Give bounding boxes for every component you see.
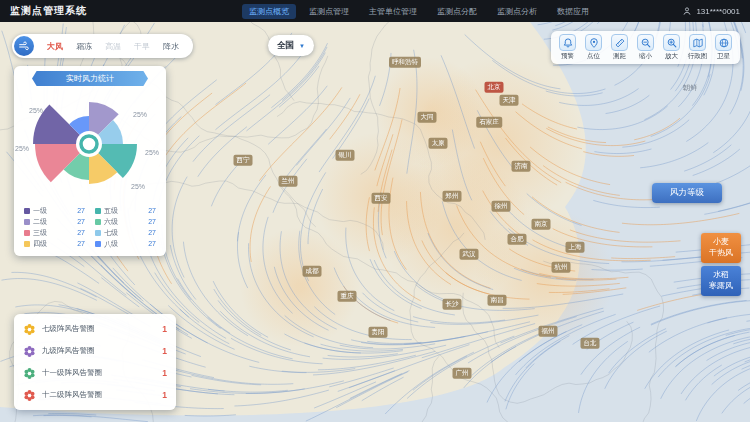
legend-item[interactable]: 六级 27 — [95, 216, 156, 227]
region-select[interactable]: 全国 ▼ — [268, 35, 314, 56]
city-label[interactable]: 太原 — [429, 138, 448, 149]
city-label[interactable]: 石家庄 — [476, 117, 502, 128]
alert-label: 十二级阵风告警圈 — [42, 390, 102, 400]
legend-label: 四级 — [33, 239, 47, 249]
wind-level-button[interactable]: 风力等级 — [652, 183, 722, 203]
toolbar-button[interactable]: 行政图 — [686, 34, 709, 61]
legend-swatch — [24, 219, 30, 225]
legend-swatch — [95, 241, 101, 247]
country-label: 朝鲜 — [683, 83, 697, 93]
wheat-dry-hot-wind-button[interactable]: 小麦 干热风 — [701, 233, 741, 263]
legend-item[interactable]: 二级 27 — [24, 216, 85, 227]
city-label[interactable]: 武汉 — [460, 249, 479, 260]
city-label[interactable]: 重庆 — [338, 291, 357, 302]
legend-swatch — [24, 241, 30, 247]
city-label[interactable]: 杭州 — [552, 262, 571, 273]
legend-swatch — [95, 230, 101, 236]
toolbar-button[interactable]: 卫星 — [712, 34, 735, 61]
city-label[interactable]: 广州 — [453, 368, 472, 379]
weather-type-item[interactable]: 高温 — [105, 41, 121, 52]
alert-count: 1 — [162, 390, 167, 400]
weather-type-item[interactable]: 降水 — [163, 41, 179, 52]
toolbar-button[interactable]: 缩小 — [634, 34, 657, 61]
legend-item[interactable]: 五级 27 — [95, 205, 156, 216]
legend-label: 一级 — [33, 206, 47, 216]
alert-flower-icon — [23, 389, 36, 402]
city-label[interactable]: 济南 — [512, 161, 531, 172]
alert-label: 十一级阵风告警圈 — [42, 368, 102, 378]
zoom-out-icon — [640, 37, 652, 49]
percent-label: 25% — [145, 149, 159, 156]
weather-type-item[interactable]: 大风 — [47, 41, 63, 52]
alert-row[interactable]: 十一级阵风告警圈 1 — [23, 362, 167, 384]
toolbar-button[interactable]: 预警 — [556, 34, 579, 61]
gust-alerts-panel: 七级阵风告警圈 1 九级阵风告警圈 1 十一级阵风告警圈 1 十二级阵风告警圈 … — [14, 314, 176, 410]
city-label[interactable]: 西宁 — [234, 155, 253, 166]
alert-row[interactable]: 七级阵风告警圈 1 — [23, 318, 167, 340]
legend-value: 27 — [77, 240, 85, 247]
legend-label: 二级 — [33, 217, 47, 227]
toolbar-button[interactable]: 测距 — [608, 34, 631, 61]
city-label[interactable]: 北京 — [485, 82, 504, 93]
legend-value: 27 — [148, 240, 156, 247]
city-label[interactable]: 徐州 — [492, 201, 511, 212]
city-label[interactable]: 银川 — [336, 150, 355, 161]
city-label[interactable]: 台北 — [581, 338, 600, 349]
city-label[interactable]: 贵阳 — [369, 327, 388, 338]
weather-type-item[interactable]: 霜冻 — [76, 41, 92, 52]
city-label[interactable]: 郑州 — [443, 191, 462, 202]
user-account[interactable]: 131****0001 — [682, 6, 740, 16]
percent-label: 25% — [15, 145, 29, 152]
toolbar-button-label: 点位 — [587, 52, 600, 61]
alert-flower-icon — [23, 323, 36, 336]
main-nav: 监测点概览 监测点管理 主管单位管理 监测点分配 监测点分析 数据应用 — [242, 4, 596, 19]
percent-label: 25% — [133, 111, 147, 118]
city-label[interactable]: 大同 — [418, 112, 437, 123]
nav-item[interactable]: 主管单位管理 — [362, 4, 424, 19]
city-label[interactable]: 西安 — [372, 193, 391, 204]
percent-label: 25% — [131, 183, 145, 190]
user-icon — [682, 6, 692, 16]
nav-item[interactable]: 监测点概览 — [242, 4, 296, 19]
city-label[interactable]: 兰州 — [279, 176, 298, 187]
legend-value: 27 — [77, 218, 85, 225]
city-label[interactable]: 呼和浩特 — [389, 57, 421, 68]
toolbar-button-label: 缩小 — [639, 52, 652, 61]
alert-row[interactable]: 十二级阵风告警圈 1 — [23, 384, 167, 406]
toolbar-button-label: 放大 — [665, 52, 678, 61]
toolbar-button[interactable]: 放大 — [660, 34, 683, 61]
legend-label: 七级 — [104, 228, 118, 238]
alert-row[interactable]: 九级阵风告警圈 1 — [23, 340, 167, 362]
legend-swatch — [24, 230, 30, 236]
nav-item[interactable]: 监测点分析 — [490, 4, 544, 19]
toolbar-button-label: 预警 — [561, 52, 574, 61]
alert-count: 1 — [162, 368, 167, 378]
city-label[interactable]: 福州 — [539, 326, 558, 337]
legend-item[interactable]: 四级 27 — [24, 238, 85, 249]
legend-value: 27 — [148, 229, 156, 236]
city-label[interactable]: 上海 — [566, 242, 585, 253]
wind-icon[interactable] — [14, 36, 34, 56]
city-label[interactable]: 合肥 — [508, 234, 527, 245]
city-label[interactable]: 南京 — [532, 219, 551, 230]
rose-chart: 25%25%25%25%25% — [14, 87, 164, 201]
app-root: 呼和浩特 北京 天津 大同 石家庄 太原 银川 济南 西宁 兰州 西安 郑州 徐… — [0, 0, 750, 422]
city-label[interactable]: 天津 — [500, 95, 519, 106]
nav-item[interactable]: 监测点分配 — [430, 4, 484, 19]
city-label[interactable]: 南昌 — [488, 295, 507, 306]
legend-value: 27 — [148, 218, 156, 225]
legend-label: 三级 — [33, 228, 47, 238]
nav-item[interactable]: 监测点管理 — [302, 4, 356, 19]
legend-item[interactable]: 七级 27 — [95, 227, 156, 238]
toolbar-button[interactable]: 点位 — [582, 34, 605, 61]
wind-legend: 一级 27 二级 27 三级 27 四级 2 — [14, 205, 166, 251]
weather-type-item[interactable]: 干旱 — [134, 41, 150, 52]
nav-item[interactable]: 数据应用 — [550, 4, 596, 19]
legend-item[interactable]: 八级 27 — [95, 238, 156, 249]
legend-item[interactable]: 一级 27 — [24, 205, 85, 216]
percent-label: 25% — [29, 107, 43, 114]
city-label[interactable]: 长沙 — [443, 299, 462, 310]
city-label[interactable]: 成都 — [303, 266, 322, 277]
rice-cold-dew-wind-button[interactable]: 水稻 寒露风 — [701, 266, 741, 296]
legend-item[interactable]: 三级 27 — [24, 227, 85, 238]
